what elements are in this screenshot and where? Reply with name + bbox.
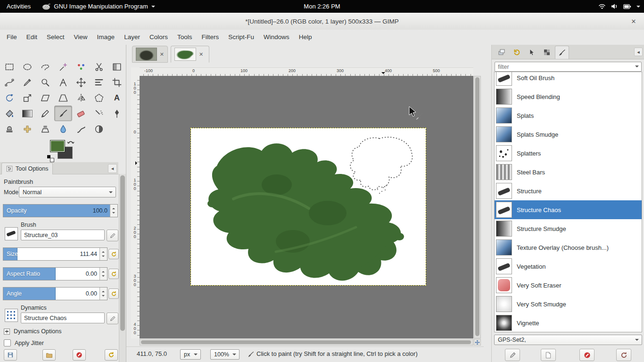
tool-bucket-fill[interactable]: [0, 106, 18, 121]
canvas-image[interactable]: [191, 128, 426, 285]
tool-heal[interactable]: [18, 121, 36, 137]
swap-colors-icon[interactable]: [67, 139, 74, 145]
tool-gradient[interactable]: [18, 106, 36, 121]
spin-down-icon[interactable]: [100, 274, 107, 280]
tool-text[interactable]: A: [108, 90, 126, 106]
brush-item[interactable]: Structure Smudge: [495, 219, 642, 238]
scrollbar-thumb[interactable]: [475, 77, 479, 336]
spin-down-icon[interactable]: [100, 254, 107, 260]
tool-align[interactable]: [90, 74, 108, 90]
delete-tool-preset-button[interactable]: [73, 349, 86, 361]
tool-foreground-select[interactable]: [108, 59, 126, 74]
dynamics-name-field[interactable]: Structure Chaos: [21, 313, 105, 323]
tab-undo-history[interactable]: [510, 46, 524, 59]
angle-slider[interactable]: Angle 0.00: [3, 287, 107, 300]
spin-down-icon[interactable]: [100, 294, 107, 300]
menu-script-fu[interactable]: Script-Fu: [223, 30, 259, 45]
brush-item[interactable]: Splats: [495, 106, 642, 125]
tool-paths[interactable]: [0, 74, 18, 90]
tool-zoom[interactable]: [36, 74, 54, 90]
brush-name-field[interactable]: Structure_03: [21, 230, 105, 240]
window-title-bar[interactable]: *[Untitled]–26.0 (RGB color, 1 layer) 50…: [0, 13, 644, 30]
close-tab-icon[interactable]: ✕: [199, 51, 203, 58]
default-colors-icon[interactable]: [47, 155, 54, 162]
edit-dynamics-button[interactable]: [107, 313, 118, 324]
tool-rectangle-select[interactable]: [0, 59, 18, 74]
brush-filter-input[interactable]: [495, 62, 642, 72]
navigation-button[interactable]: [474, 339, 481, 346]
menu-edit[interactable]: Edit: [22, 30, 42, 45]
tab-patterns[interactable]: [540, 46, 554, 59]
canvas-horizontal-scrollbar[interactable]: [140, 339, 473, 346]
ruler-corner[interactable]: [131, 67, 140, 76]
tab-pointer[interactable]: [525, 46, 539, 59]
menu-colors[interactable]: Colors: [145, 30, 173, 45]
brush-item[interactable]: Splats Smudge: [495, 125, 642, 144]
opacity-slider[interactable]: Opacity 100.0: [3, 204, 118, 217]
menu-windows[interactable]: Windows: [259, 30, 294, 45]
spin-down-icon[interactable]: [110, 211, 117, 217]
size-slider[interactable]: Size 111.44: [3, 247, 107, 261]
image-tab-2-active[interactable]: ✕: [171, 46, 209, 63]
unit-dropdown[interactable]: px: [180, 349, 201, 360]
tool-airbrush[interactable]: [90, 106, 108, 121]
edit-brush-button[interactable]: [505, 349, 520, 361]
dock-splitter[interactable]: [484, 45, 491, 362]
menu-view[interactable]: View: [69, 30, 92, 45]
tool-shear[interactable]: [36, 90, 54, 106]
menu-help[interactable]: Help: [294, 30, 317, 45]
tool-free-select[interactable]: [36, 59, 54, 74]
tool-move[interactable]: [72, 74, 90, 90]
window-close-button[interactable]: ✕: [629, 16, 638, 26]
collapse-panel-button[interactable]: ◂: [108, 164, 117, 173]
spin-up-icon[interactable]: [100, 268, 107, 274]
aspect-ratio-spinner[interactable]: [99, 268, 107, 280]
save-tool-preset-button[interactable]: [4, 349, 17, 361]
dynamics-preview-icon[interactable]: [5, 309, 18, 322]
restore-tool-preset-button[interactable]: [42, 349, 56, 361]
tool-ink[interactable]: [108, 106, 126, 121]
tool-ellipse-select[interactable]: [18, 59, 36, 74]
delete-brush-button[interactable]: [579, 349, 594, 361]
tab-brushes[interactable]: [555, 46, 569, 59]
opacity-spinner[interactable]: [110, 205, 117, 217]
brush-item[interactable]: Splatters: [495, 144, 642, 163]
tool-color-picker[interactable]: [18, 74, 36, 90]
menu-tools[interactable]: Tools: [173, 30, 197, 45]
canvas-viewport[interactable]: [140, 76, 473, 338]
apply-jitter-checkbox-row[interactable]: Apply Jitter: [4, 339, 44, 346]
tool-smudge[interactable]: [72, 121, 90, 137]
brush-item[interactable]: Speed Blending: [495, 87, 642, 106]
tool-fuzzy-select[interactable]: [54, 59, 72, 74]
tab-layers[interactable]: [495, 46, 509, 59]
close-tab-icon[interactable]: ✕: [160, 51, 164, 58]
apply-jitter-checkbox[interactable]: [4, 339, 11, 346]
scrollbar-thumb[interactable]: [120, 175, 125, 331]
tool-pencil[interactable]: [36, 106, 54, 121]
foreground-color-swatch[interactable]: [50, 140, 65, 152]
horizontal-ruler[interactable]: -100 0 100 200 300 400 500: [140, 67, 473, 77]
menu-filters[interactable]: Filters: [197, 30, 223, 45]
tool-scale[interactable]: [18, 90, 36, 106]
scrollbar-thumb[interactable]: [141, 340, 471, 344]
tool-scissors-select[interactable]: [90, 59, 108, 74]
tool-flip[interactable]: [72, 90, 90, 106]
menu-select[interactable]: Select: [42, 30, 69, 45]
menu-layer[interactable]: Layer: [119, 30, 145, 45]
reset-angle-button[interactable]: [108, 288, 119, 299]
brush-item[interactable]: Soft Oil Brush: [495, 72, 642, 87]
tool-perspective-clone[interactable]: [36, 121, 54, 137]
tool-rotate[interactable]: [0, 90, 18, 106]
tool-crop[interactable]: [108, 74, 126, 90]
reset-size-button[interactable]: [108, 249, 119, 259]
zoom-dropdown[interactable]: 100%: [210, 349, 239, 360]
brush-item-selected[interactable]: Structure Chaos: [495, 200, 642, 219]
refresh-brushes-button[interactable]: [616, 349, 631, 361]
menu-file[interactable]: File: [2, 30, 22, 45]
brush-item[interactable]: Steel Bars: [495, 163, 642, 181]
collapse-dock-button[interactable]: ◂: [634, 48, 643, 56]
activities-button[interactable]: Activities: [0, 0, 37, 13]
tool-perspective[interactable]: [54, 90, 72, 106]
brush-item[interactable]: Vignette: [495, 313, 642, 332]
system-status-area[interactable]: [598, 0, 640, 13]
